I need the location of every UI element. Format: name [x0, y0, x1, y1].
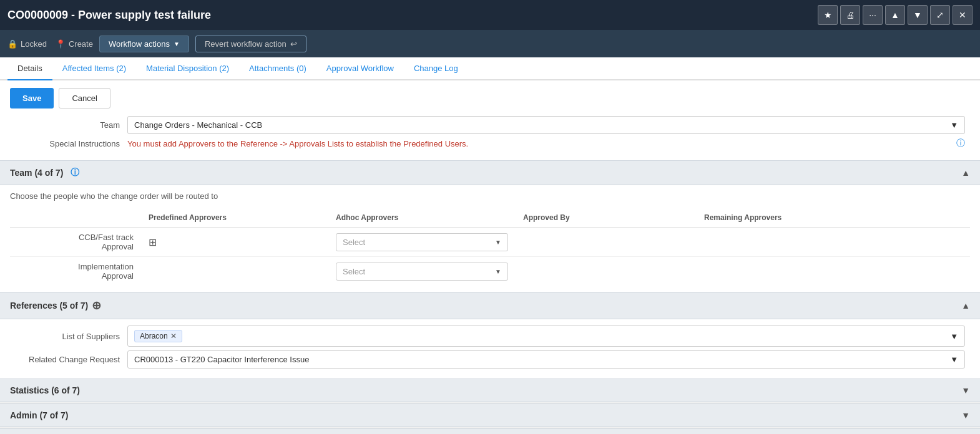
suppliers-control[interactable]: Abracon ✕ ▼ [127, 326, 965, 347]
suppliers-select[interactable]: Abracon ✕ ▼ [127, 326, 965, 347]
more-icon[interactable]: ··· [863, 5, 883, 25]
grid-icon: ⊞ [149, 237, 157, 248]
statistics-section-title-text: Statistics (6 of 7) [10, 385, 80, 395]
references-section-content: List of Suppliers Abracon ✕ ▼ Related Ch… [0, 319, 980, 379]
row-1-remaining [697, 228, 970, 257]
team-section-header[interactable]: Team (4 of 7) ⓘ ▲ [0, 160, 980, 185]
ccb-adhoc-select[interactable]: Select ▼ [336, 233, 508, 251]
abracon-tag-close[interactable]: ✕ [170, 332, 177, 340]
page-title: CO0000009 - Power supply test failure [7, 9, 211, 22]
special-instructions-row: Special Instructions You must add Approv… [10, 138, 970, 149]
team-value: Change Orders - Mechanical - CCB [134, 120, 262, 130]
team-field-row: Team Change Orders - Mechanical - CCB ▼ [10, 116, 970, 134]
suppliers-row: List of Suppliers Abracon ✕ ▼ [10, 326, 970, 347]
revert-icon: ↩ [290, 39, 297, 49]
row-2-adhoc[interactable]: Select ▼ [328, 257, 516, 286]
close-icon[interactable]: ✕ [953, 5, 973, 25]
statistics-section-collapse-icon: ▼ [961, 385, 970, 395]
admin-section-title: Admin (7 of 7) [10, 410, 68, 420]
approvers-table: Predefined Approvers Adhoc Approvers App… [10, 208, 970, 286]
expand-icon[interactable]: ⤢ [930, 5, 950, 25]
table-row: ImplementationApproval Select ▼ [10, 257, 970, 286]
tab-approval-workflow[interactable]: Approval Workflow [316, 57, 404, 80]
col-header-approved: Approved By [516, 208, 697, 228]
create-badge: 📍 Create [56, 39, 93, 49]
references-section-collapse-icon: ▲ [961, 301, 970, 311]
related-change-request-row: Related Change Request CR000013 - GT220 … [10, 350, 970, 369]
statistics-section-title: Statistics (6 of 7) [10, 385, 80, 395]
special-instructions-label: Special Instructions [15, 139, 127, 148]
special-instructions-text: You must add Approvers to the Reference … [127, 139, 468, 148]
content-area: Save Cancel Team Change Orders - Mechani… [0, 80, 980, 160]
impl-adhoc-caret: ▼ [495, 268, 501, 275]
related-change-request-select[interactable]: CR000013 - GT220 Capacitor Interference … [127, 350, 965, 369]
team-section-title: Team (4 of 7) ⓘ [10, 167, 79, 178]
tab-details[interactable]: Details [7, 57, 52, 80]
col-header-remaining: Remaining Approvers [697, 208, 970, 228]
abracon-tag-label: Abracon [140, 332, 168, 340]
related-change-request-value: CR000013 - GT220 Capacitor Interference … [134, 355, 309, 364]
ccb-adhoc-caret: ▼ [495, 239, 501, 246]
related-change-request-label: Related Change Request [15, 355, 127, 364]
row-2-approved [516, 257, 697, 286]
row-1-predefined: ⊞ [141, 228, 328, 257]
references-section-title: References (5 of 7) ⊕ [10, 299, 139, 312]
toolbar: 🔒 Locked 📍 Create Workflow actions ▼ Rev… [0, 30, 980, 57]
row-2-label: ImplementationApproval [10, 257, 141, 286]
create-label: Create [69, 39, 93, 49]
team-section-content: Choose the people who the change order w… [0, 185, 980, 292]
col-header-predefined: Predefined Approvers [141, 208, 328, 228]
col-header-adhoc: Adhoc Approvers [328, 208, 516, 228]
team-select[interactable]: Change Orders - Mechanical - CCB ▼ [127, 116, 965, 134]
suppliers-tags: Abracon ✕ [134, 330, 182, 342]
up-icon[interactable]: ▲ [885, 5, 905, 25]
references-section-header[interactable]: References (5 of 7) ⊕ ▲ [0, 292, 980, 319]
team-control: Change Orders - Mechanical - CCB ▼ [127, 116, 965, 134]
admin-section-title-text: Admin (7 of 7) [10, 410, 68, 420]
impl-adhoc-select[interactable]: Select ▼ [336, 263, 508, 281]
title-bar-right: ★ 🖨 ··· ▲ ▼ ⤢ ✕ [818, 5, 973, 25]
team-label: Team [15, 120, 127, 130]
suppliers-label: List of Suppliers [15, 332, 127, 341]
lock-icon: 🔒 [7, 39, 17, 49]
save-button[interactable]: Save [10, 88, 54, 109]
title-bar-left: CO0000009 - Power supply test failure [7, 9, 211, 22]
team-section-info-icon[interactable]: ⓘ [71, 167, 79, 178]
print-icon[interactable]: 🖨 [840, 5, 860, 25]
action-bar: Save Cancel [10, 88, 970, 109]
ccb-adhoc-placeholder: Select [343, 238, 365, 247]
star-icon[interactable]: ★ [818, 5, 838, 25]
special-instructions-control: You must add Approvers to the Reference … [127, 139, 953, 148]
revert-workflow-button[interactable]: Revert workflow action ↩ [195, 36, 306, 52]
related-change-request-control[interactable]: CR000013 - GT220 Capacitor Interference … [127, 350, 965, 369]
cancel-button[interactable]: Cancel [59, 88, 110, 109]
col-header-empty [10, 208, 141, 228]
admin-section-header[interactable]: Admin (7 of 7) ▼ [0, 403, 980, 427]
row-1-adhoc[interactable]: Select ▼ [328, 228, 516, 257]
special-instructions-info-icon[interactable]: ⓘ [956, 138, 965, 149]
team-section-title-text: Team (4 of 7) [10, 168, 63, 178]
row-2-remaining [697, 257, 970, 286]
owner-section-header[interactable]: Owner and Change Summary ▲ [0, 428, 980, 434]
down-icon[interactable]: ▼ [908, 5, 928, 25]
tab-material-disposition[interactable]: Material Disposition (2) [136, 57, 239, 80]
row-1-label: CCB/Fast trackApproval [10, 228, 141, 257]
revert-workflow-label: Revert workflow action [205, 39, 287, 49]
related-change-request-caret-icon: ▼ [950, 355, 958, 364]
team-section-collapse-icon: ▲ [961, 168, 970, 178]
table-row: CCB/Fast trackApproval ⊞ Select ▼ [10, 228, 970, 257]
suppliers-caret-icon: ▼ [950, 332, 958, 341]
impl-adhoc-placeholder: Select [343, 267, 365, 276]
statistics-section-header[interactable]: Statistics (6 of 7) ▼ [0, 379, 980, 402]
row-1-approved [516, 228, 697, 257]
tab-affected-items[interactable]: Affected Items (2) [52, 57, 136, 80]
tab-change-log[interactable]: Change Log [404, 57, 468, 80]
title-bar: CO0000009 - Power supply test failure ★ … [0, 0, 980, 30]
row-2-predefined [141, 257, 328, 286]
tab-attachments[interactable]: Attachments (0) [239, 57, 316, 80]
references-section-title-text: References (5 of 7) [10, 301, 88, 311]
team-caret-icon: ▼ [950, 120, 958, 130]
chevron-down-icon: ▼ [174, 41, 180, 47]
workflow-actions-button[interactable]: Workflow actions ▼ [99, 36, 189, 52]
locked-badge: 🔒 Locked [7, 39, 47, 49]
